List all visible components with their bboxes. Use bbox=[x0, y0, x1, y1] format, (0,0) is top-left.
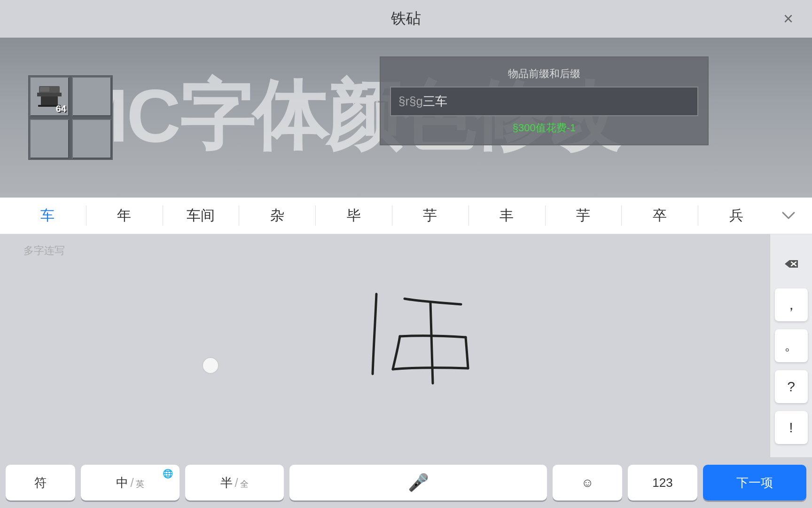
close-button[interactable]: × bbox=[783, 10, 793, 27]
window-title: 铁砧 bbox=[391, 8, 421, 29]
input-prefix: §r§g bbox=[398, 94, 423, 108]
input-text: 三车 bbox=[423, 94, 447, 108]
suggestion-item-9[interactable]: 兵 bbox=[698, 201, 774, 230]
comma-key[interactable]: ， bbox=[775, 288, 808, 321]
handwriting-drawing bbox=[339, 280, 508, 412]
suggestion-item-4[interactable]: 毕 bbox=[315, 201, 392, 230]
suggestion-item-1[interactable]: 年 bbox=[86, 201, 163, 230]
exclaim-key[interactable]: ! bbox=[775, 411, 808, 444]
dialog-title: 物品前缀和后缀 bbox=[390, 67, 698, 81]
item-slot-4 bbox=[70, 118, 113, 160]
suggestion-expand-button[interactable] bbox=[774, 208, 803, 223]
lang-label-group: 中 / 英 bbox=[116, 475, 144, 491]
punctuation-bar: ， 。 ? ! bbox=[770, 234, 812, 457]
keyboard-bar: 符 中 / 英 🌐 半 / 全 🎤 bbox=[0, 457, 812, 508]
keyboard-section: 车 年 车间 杂 毕 芋 丰 芋 卒 兵 多字连写 bbox=[0, 198, 812, 508]
question-key[interactable]: ? bbox=[775, 370, 808, 403]
half-key[interactable]: 半 / 全 bbox=[185, 465, 284, 500]
globe-icon: 🌐 bbox=[163, 468, 173, 479]
suggestion-item-2[interactable]: 车间 bbox=[163, 201, 239, 230]
chevron-down-icon bbox=[781, 211, 796, 220]
dialog-input-field[interactable]: §r§g三车 bbox=[390, 87, 698, 116]
handwriting-canvas[interactable]: 多字连写 bbox=[0, 234, 770, 457]
question-label: ? bbox=[787, 379, 795, 395]
item-slot-3 bbox=[28, 118, 70, 160]
suggestion-item-5[interactable]: 芋 bbox=[392, 201, 468, 230]
period-label: 。 bbox=[784, 336, 798, 355]
item-slot-1: 64 bbox=[28, 75, 70, 118]
half-label-group: 半 / 全 bbox=[220, 475, 248, 491]
title-bar: 铁砧 × bbox=[0, 0, 812, 38]
app-container: 铁砧 × MC字体颜色修改 64 bbox=[0, 0, 812, 508]
cost-label: §300值花费-1 bbox=[390, 121, 698, 135]
backspace-icon bbox=[784, 256, 799, 271]
space-key[interactable]: 🎤 bbox=[289, 465, 547, 500]
inventory-slot: 64 bbox=[28, 75, 113, 160]
handwriting-cursor bbox=[202, 357, 219, 374]
lang-sub-label: 英 bbox=[136, 478, 144, 490]
emoji-label: ☺ bbox=[581, 476, 594, 490]
mc-grid: 64 bbox=[28, 75, 113, 160]
lang-main-label: 中 bbox=[116, 475, 128, 491]
suggestion-bar: 车 年 车间 杂 毕 芋 丰 芋 卒 兵 bbox=[0, 198, 812, 234]
inventory-dialog: 物品前缀和后缀 §r§g三车 §300值花费-1 bbox=[380, 56, 709, 145]
comma-label: ， bbox=[784, 295, 798, 315]
svg-rect-1 bbox=[37, 93, 62, 96]
exclaim-label: ! bbox=[789, 420, 793, 436]
suggestion-item-8[interactable]: 卒 bbox=[621, 201, 698, 230]
period-key[interactable]: 。 bbox=[775, 329, 808, 362]
symbol-label: 符 bbox=[34, 475, 47, 491]
next-key[interactable]: 下一项 bbox=[703, 465, 806, 500]
emoji-key[interactable]: ☺ bbox=[553, 465, 622, 500]
handwriting-row: 多字连写 bbox=[0, 234, 812, 457]
lang-key[interactable]: 中 / 英 🌐 bbox=[81, 465, 180, 500]
half-sub-label: 全 bbox=[240, 478, 249, 490]
suggestion-item-3[interactable]: 杂 bbox=[239, 201, 315, 230]
multiwrite-label: 多字连写 bbox=[23, 244, 65, 258]
suggestion-item-0[interactable]: 车 bbox=[9, 201, 86, 230]
svg-rect-4 bbox=[40, 87, 49, 92]
item-slot-2 bbox=[70, 75, 113, 118]
num-key[interactable]: 123 bbox=[628, 465, 697, 500]
half-main-label: 半 bbox=[220, 475, 233, 491]
symbol-key[interactable]: 符 bbox=[6, 465, 75, 500]
suggestion-item-7[interactable]: 芋 bbox=[545, 201, 622, 230]
item-count: 64 bbox=[56, 103, 66, 114]
backspace-key[interactable] bbox=[775, 247, 808, 280]
microphone-icon: 🎤 bbox=[408, 473, 429, 492]
preview-area: MC字体颜色修改 64 bbox=[0, 38, 812, 198]
next-label: 下一项 bbox=[736, 475, 773, 491]
suggestion-item-6[interactable]: 丰 bbox=[468, 201, 545, 230]
num-label: 123 bbox=[652, 476, 672, 490]
